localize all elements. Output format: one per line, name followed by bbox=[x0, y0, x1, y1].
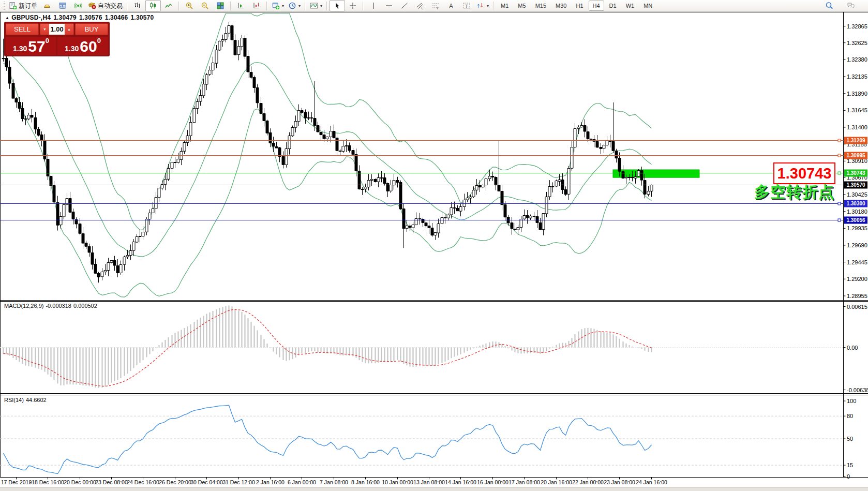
toolbar-horizontal-line-tool-button[interactable] bbox=[381, 0, 397, 11]
svg-text:T: T bbox=[465, 4, 468, 9]
dropdown-caret-icon[interactable]: ▾ bbox=[320, 4, 322, 8]
toolbar-text-label-tool-button[interactable]: T bbox=[459, 0, 474, 11]
volume-input[interactable]: 1.00 bbox=[49, 24, 65, 35]
toolbar-crosshair-tool-button[interactable] bbox=[345, 0, 361, 11]
toolbar-separator bbox=[266, 2, 267, 10]
hline-handle[interactable] bbox=[838, 219, 841, 221]
toolbar-new-order-button[interactable]: 新订单 bbox=[7, 0, 39, 11]
timeframe-m5-button[interactable]: M5 bbox=[514, 1, 530, 11]
svg-text:1.30056: 1.30056 bbox=[846, 217, 865, 223]
toolbar-grip[interactable] bbox=[4, 2, 5, 10]
toolbar-auto-scroll-button[interactable] bbox=[233, 0, 249, 11]
hline-handle[interactable] bbox=[838, 139, 841, 142]
toolbar-charts-window-button[interactable] bbox=[55, 0, 70, 11]
svg-text:1.30995: 1.30995 bbox=[846, 153, 865, 158]
toolbar-tile-windows-button[interactable] bbox=[213, 0, 228, 11]
search-icon bbox=[825, 2, 833, 10]
date-label: 14 Jan 16:00 bbox=[445, 479, 476, 485]
price-tag-1.30743[interactable]: 1.30743 bbox=[844, 170, 867, 177]
toolbar-text-tool-button[interactable]: A bbox=[443, 0, 459, 11]
sell-button[interactable]: SELL bbox=[6, 23, 39, 35]
fibo-icon: F bbox=[431, 2, 440, 10]
turning-point-annotation[interactable]: 多空转折点 bbox=[754, 182, 834, 203]
chat-icon bbox=[847, 2, 855, 10]
price-tick-label: 1.28955 bbox=[847, 293, 867, 299]
price-tag-1.31209[interactable]: 1.31209 bbox=[844, 137, 867, 144]
price-tag-1.30570[interactable]: 1.30570 bbox=[844, 182, 867, 189]
sell-price-display[interactable]: 1.30570 bbox=[6, 37, 56, 55]
volume-increase-button[interactable]: ▲ bbox=[65, 24, 73, 35]
timeframe-mn-button[interactable]: MN bbox=[639, 1, 656, 11]
toolbar-autotrading-button[interactable]: 自动交易 bbox=[86, 0, 125, 11]
text-label-icon: T bbox=[462, 2, 471, 10]
toolbar-trendline-tool-button[interactable] bbox=[397, 0, 412, 11]
toolbar-chat-button[interactable] bbox=[843, 0, 859, 11]
toolbar-vertical-line-tool-button[interactable] bbox=[366, 0, 381, 11]
toolbar-button-label: 自动交易 bbox=[98, 2, 123, 10]
timeframe-m1-button[interactable]: M1 bbox=[497, 1, 513, 11]
hline-handle[interactable] bbox=[838, 172, 841, 174]
toolbar-signals-button[interactable] bbox=[70, 0, 86, 11]
date-label: 17 Dec 2019 bbox=[1, 479, 32, 485]
dropdown-caret-icon[interactable]: ▾ bbox=[282, 4, 284, 8]
candlestick-layer bbox=[2, 22, 653, 282]
toolbar-arrows-tool-button[interactable]: ▾ bbox=[474, 0, 491, 11]
date-axis[interactable]: 17 Dec 201918 Dec 16:0020 Dec 00:0023 De… bbox=[0, 478, 868, 487]
horizontal-scrollbar[interactable] bbox=[0, 487, 868, 491]
date-label: 26 Dec 20:00 bbox=[159, 479, 191, 485]
macd-signal-value: 0.000502 bbox=[73, 303, 97, 309]
channel-icon: E bbox=[416, 2, 424, 10]
toolbar-search-button[interactable] bbox=[821, 0, 837, 11]
bollinger-lower-band bbox=[4, 63, 652, 297]
hline-handle[interactable] bbox=[838, 154, 841, 157]
buy-price-display[interactable]: 1.30600 bbox=[57, 37, 108, 55]
price-annotation-box[interactable]: 1.30743 bbox=[773, 162, 835, 184]
timeframe-m15-button[interactable]: M15 bbox=[531, 1, 550, 11]
toolbar-new-chart-button[interactable]: ▾ bbox=[270, 0, 286, 11]
toolbar-period-profiles-button[interactable]: ▾ bbox=[286, 0, 303, 11]
chart-ohlc-line: ▲GBPUSD-,H41.304791.305761.304661.30570 bbox=[5, 14, 156, 21]
shapes-icon bbox=[476, 2, 485, 10]
toolbar-indicators-list-button[interactable]: ▾ bbox=[308, 0, 324, 11]
toolbar-separator bbox=[493, 2, 494, 10]
price-tag-1.30995[interactable]: 1.30995 bbox=[844, 152, 867, 159]
macd-name: MACD(12,26,9) bbox=[4, 303, 43, 309]
timeframe-w1-button[interactable]: W1 bbox=[622, 1, 639, 11]
toolbar-separator bbox=[363, 2, 364, 10]
toolbar-chart-shift-button[interactable] bbox=[249, 0, 264, 11]
timeframe-h4-button[interactable]: H4 bbox=[589, 1, 604, 11]
timeframe-m30-button[interactable]: M30 bbox=[551, 1, 571, 11]
volume-control: ▼ 1.00 ▲ bbox=[40, 23, 74, 35]
toolbar-market-watch-button[interactable] bbox=[39, 0, 55, 11]
macd-axis-label: -0.00638 bbox=[847, 387, 868, 393]
toolbar-line-chart-mode-button[interactable] bbox=[161, 0, 176, 11]
svg-text:1.30743: 1.30743 bbox=[846, 170, 865, 176]
hline-handle[interactable] bbox=[838, 202, 841, 205]
price-tag-1.30300[interactable]: 1.30300 bbox=[844, 200, 867, 207]
toolbar-equidistant-channel-tool-button[interactable]: E bbox=[412, 0, 428, 11]
rsi-axis-label: 80 bbox=[847, 413, 853, 419]
toolbar-zoom-in-button[interactable] bbox=[182, 0, 197, 11]
price-tick-label: 1.32865 bbox=[847, 23, 867, 29]
volume-decrease-button[interactable]: ▼ bbox=[40, 24, 49, 35]
buy-button[interactable]: BUY bbox=[75, 23, 108, 35]
date-label: 20 Jan 16:00 bbox=[541, 479, 572, 485]
toolbar-bar-chart-mode-button[interactable] bbox=[130, 0, 145, 11]
vline-icon bbox=[369, 2, 378, 10]
dropdown-caret-icon[interactable]: ▾ bbox=[298, 4, 301, 8]
price-tick-label: 1.29445 bbox=[847, 259, 867, 265]
toolbar-cursor-tool-button[interactable] bbox=[330, 0, 345, 11]
timeframe-h1-button[interactable]: H1 bbox=[572, 1, 587, 11]
toolbar-fibonacci-tool-button[interactable]: F bbox=[428, 0, 443, 11]
collapse-panel-icon[interactable]: ▲ bbox=[5, 16, 9, 20]
toolbar-zoom-out-button[interactable] bbox=[197, 0, 213, 11]
price-tick-label: 1.30180 bbox=[847, 209, 867, 215]
dropdown-caret-icon[interactable]: ▾ bbox=[487, 4, 489, 8]
toolbar-separator bbox=[127, 2, 128, 10]
price-tick-label: 1.31645 bbox=[847, 107, 867, 113]
price-tag-1.30056[interactable]: 1.30056 bbox=[844, 217, 867, 224]
toolbar-candlestick-mode-button[interactable] bbox=[145, 0, 161, 11]
pane-borders bbox=[0, 12, 868, 478]
chart-canvas: 1.328651.326251.323801.321351.318901.316… bbox=[0, 0, 868, 491]
timeframe-d1-button[interactable]: D1 bbox=[605, 1, 621, 11]
